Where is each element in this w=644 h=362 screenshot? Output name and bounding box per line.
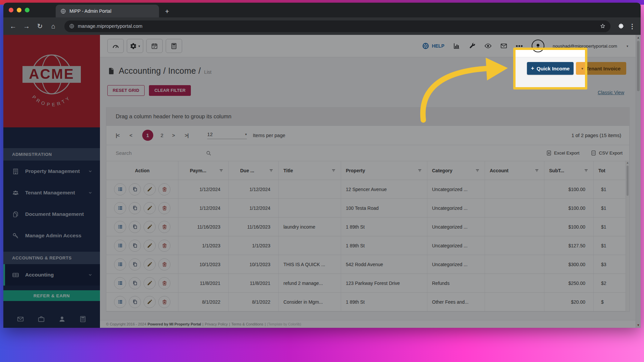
clear-filter-button[interactable]: CLEAR FILTER bbox=[149, 85, 191, 96]
row-delete-button[interactable] bbox=[158, 202, 170, 214]
items-per-page-select[interactable]: 12 ▾ bbox=[207, 132, 247, 139]
row-details-button[interactable] bbox=[114, 202, 126, 214]
scrollbar-thumb[interactable] bbox=[637, 41, 640, 91]
column-header-property[interactable]: Property bbox=[341, 161, 427, 180]
terms-conditions-link[interactable]: Terms & Conditions bbox=[231, 322, 263, 326]
row-copy-button[interactable] bbox=[129, 296, 141, 308]
row-delete-button[interactable] bbox=[158, 277, 170, 289]
next-page-button[interactable]: > bbox=[172, 132, 175, 138]
wrench-icon[interactable] bbox=[469, 42, 476, 50]
quick-income-button[interactable]: + Quick Income bbox=[527, 62, 574, 75]
tenant-invoice-button[interactable]: ▾ Tenant Invoice bbox=[576, 62, 626, 75]
browser-tab[interactable]: MiPP - Admin Portal bbox=[56, 5, 159, 17]
row-details-button[interactable] bbox=[114, 258, 126, 270]
sidebar-item-document-management[interactable]: Document Management bbox=[3, 203, 100, 225]
row-delete-button[interactable] bbox=[158, 183, 170, 195]
filter-icon[interactable] bbox=[534, 168, 539, 173]
filter-icon[interactable] bbox=[417, 168, 422, 173]
row-delete-button[interactable] bbox=[158, 258, 170, 270]
filter-icon[interactable] bbox=[475, 168, 480, 173]
row-details-button[interactable] bbox=[114, 277, 126, 289]
new-tab-button[interactable]: + bbox=[165, 8, 169, 15]
person-icon[interactable] bbox=[58, 315, 66, 323]
close-window-button[interactable] bbox=[9, 8, 13, 12]
minimize-window-button[interactable] bbox=[17, 8, 21, 12]
briefcase-icon[interactable] bbox=[38, 315, 45, 323]
column-header-payment-date[interactable]: Paym... bbox=[178, 161, 229, 180]
bookmark-star-icon[interactable] bbox=[600, 23, 606, 29]
browser-menu-icon[interactable]: ⋮ bbox=[628, 22, 637, 30]
filter-icon[interactable] bbox=[269, 168, 274, 173]
page-button-1[interactable]: 1 bbox=[142, 130, 153, 141]
column-header-action[interactable]: Action bbox=[106, 161, 178, 180]
url-bar[interactable]: manage.mipropertyportal.com bbox=[64, 20, 610, 32]
row-details-button[interactable] bbox=[114, 221, 126, 233]
dashboard-button[interactable] bbox=[107, 39, 124, 53]
settings-button[interactable]: ▾ bbox=[127, 39, 143, 53]
row-edit-button[interactable] bbox=[144, 258, 156, 270]
filter-icon[interactable] bbox=[331, 168, 336, 173]
table-scrollbar[interactable]: ▲ bbox=[626, 161, 629, 311]
zoom-window-button[interactable] bbox=[25, 8, 30, 12]
page-scrollbar[interactable]: ▲ ▼ bbox=[636, 35, 641, 328]
eye-icon[interactable] bbox=[484, 42, 492, 50]
user-email[interactable]: noushad@mipropertyportal.com bbox=[553, 44, 617, 49]
column-header-subtotal[interactable]: SubT... bbox=[544, 161, 594, 180]
column-header-category[interactable]: Category bbox=[427, 161, 485, 180]
page-button-2[interactable]: 2 bbox=[161, 132, 163, 138]
bar-chart-icon[interactable] bbox=[453, 42, 460, 50]
site-info-globe-icon[interactable] bbox=[69, 23, 74, 29]
excel-export-button[interactable]: Excel Export bbox=[546, 150, 580, 156]
help-button[interactable]: HELP bbox=[422, 42, 444, 50]
sidebar-item-manage-admin-access[interactable]: Manage Admin Access bbox=[3, 225, 100, 246]
column-header-title[interactable]: Title bbox=[279, 161, 341, 180]
back-button[interactable]: ← bbox=[7, 20, 19, 32]
classic-view-link[interactable]: Classic View bbox=[598, 90, 624, 95]
search-input[interactable] bbox=[108, 150, 204, 156]
calculator-button[interactable] bbox=[166, 39, 182, 53]
calculator-icon[interactable] bbox=[79, 315, 87, 323]
refer-and-earn-button[interactable]: REFER & EARN bbox=[3, 290, 100, 301]
row-edit-button[interactable] bbox=[144, 202, 156, 214]
user-avatar[interactable] bbox=[532, 40, 544, 52]
column-header-account[interactable]: Account bbox=[485, 161, 544, 180]
more-options-icon[interactable]: ••• bbox=[516, 43, 523, 50]
row-edit-button[interactable] bbox=[144, 221, 156, 233]
search-icon[interactable] bbox=[206, 150, 212, 156]
extensions-puzzle-icon[interactable] bbox=[616, 23, 626, 29]
row-edit-button[interactable] bbox=[144, 240, 156, 252]
last-page-button[interactable]: >| bbox=[185, 132, 189, 138]
scrollbar-thumb[interactable] bbox=[627, 166, 629, 196]
sidebar-item-accounting[interactable]: Accounting bbox=[3, 264, 100, 286]
row-delete-button[interactable] bbox=[158, 221, 170, 233]
home-button[interactable]: ⌂ bbox=[48, 20, 59, 32]
envelope-icon[interactable] bbox=[500, 42, 507, 50]
scroll-down-icon[interactable]: ▼ bbox=[637, 323, 640, 327]
row-copy-button[interactable] bbox=[129, 240, 141, 252]
forward-button[interactable]: → bbox=[21, 20, 32, 32]
calendar-button[interactable] bbox=[146, 39, 163, 53]
reset-grid-button[interactable]: RESET GRID bbox=[107, 85, 145, 96]
row-copy-button[interactable] bbox=[129, 258, 141, 270]
csv-export-button[interactable]: CSV Export bbox=[591, 150, 623, 156]
previous-page-button[interactable]: < bbox=[129, 132, 132, 138]
scroll-up-icon[interactable]: ▲ bbox=[637, 36, 640, 39]
row-delete-button[interactable] bbox=[158, 240, 170, 252]
reload-button[interactable]: ↻ bbox=[34, 20, 46, 32]
filter-icon[interactable] bbox=[219, 168, 224, 173]
row-copy-button[interactable] bbox=[129, 277, 141, 289]
row-delete-button[interactable] bbox=[158, 296, 170, 308]
row-copy-button[interactable] bbox=[129, 202, 141, 214]
envelope-icon[interactable] bbox=[17, 315, 24, 323]
column-header-due-date[interactable]: Due ... bbox=[229, 161, 279, 180]
row-details-button[interactable] bbox=[114, 183, 126, 195]
sidebar-item-property-management[interactable]: Property Management bbox=[3, 161, 100, 182]
scroll-up-icon[interactable]: ▲ bbox=[626, 161, 629, 164]
row-edit-button[interactable] bbox=[144, 183, 156, 195]
column-header-total[interactable]: Tot bbox=[594, 161, 629, 180]
group-drop-zone[interactable]: Drag a column header here to group its c… bbox=[106, 108, 629, 126]
sidebar-item-tenant-management[interactable]: Tenant Management bbox=[3, 182, 100, 203]
row-copy-button[interactable] bbox=[129, 183, 141, 195]
row-edit-button[interactable] bbox=[144, 296, 156, 308]
privacy-policy-link[interactable]: Privacy Policy bbox=[205, 322, 227, 326]
